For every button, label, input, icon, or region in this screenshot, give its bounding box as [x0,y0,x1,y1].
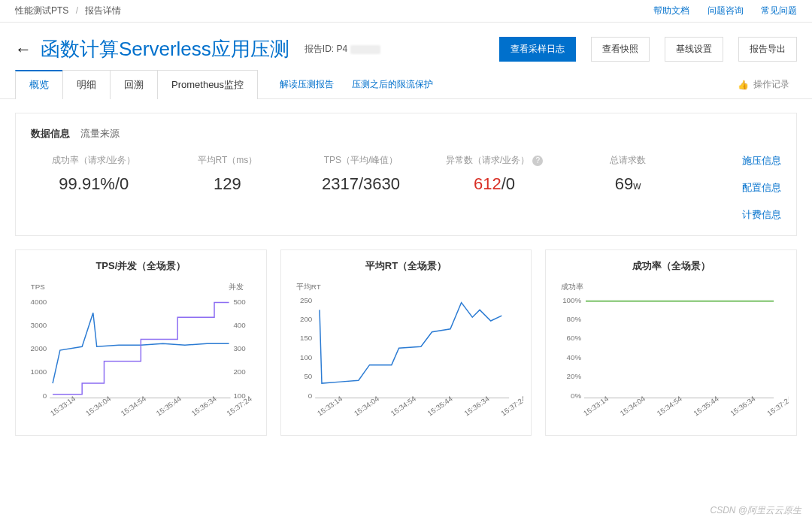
tab-detail[interactable]: 明细 [62,70,111,99]
metric-success-value: 99.91%/0 [31,174,157,194]
svg-text:成功率: 成功率 [561,283,583,291]
help-icon[interactable]: ? [532,156,543,166]
svg-text:200: 200 [233,367,246,376]
view-snapshot-button[interactable]: 查看快照 [591,37,650,62]
metric-total: 总请求数 69w [565,154,691,222]
top-links: 帮助文档 问题咨询 常见问题 [638,5,797,17]
breadcrumb-root[interactable]: 性能测试PTS [15,5,68,16]
tab-prometheus[interactable]: Prometheus监控 [157,70,258,99]
svg-text:0%: 0% [571,391,581,400]
panel-header: 数据信息 流量来源 [31,127,781,141]
svg-text:50: 50 [304,372,312,380]
svg-text:80%: 80% [567,315,582,323]
side-links: 施压信息 配置信息 计费信息 [691,154,781,222]
breadcrumb-current: 报告详情 [85,5,121,16]
thumbs-up-icon: 👍 [738,80,749,90]
metric-abnormal-label: 异常数（请求/业务）? [432,154,558,167]
report-id-label: 报告ID: P4 [304,43,347,56]
data-info-panel: 数据信息 流量来源 成功率（请求/业务） 99.91%/0 平均RT（ms） 1… [15,113,797,236]
svg-text:500: 500 [233,298,246,306]
interpret-report-link[interactable]: 解读压测报告 [280,78,334,91]
svg-text:400: 400 [233,321,246,329]
svg-text:100: 100 [300,353,313,361]
ask-link[interactable]: 问题咨询 [707,5,744,16]
svg-text:100%: 100% [562,296,581,304]
billing-info-link[interactable]: 计费信息 [691,208,781,222]
svg-text:250: 250 [300,296,313,304]
concurrency-line [53,303,229,395]
ratelimit-protect-link[interactable]: 压测之后的限流保护 [352,78,433,91]
chart-rt-title: 平均RT（全场景） [289,259,524,273]
data-info-title: 数据信息 [31,127,70,141]
baseline-settings-button[interactable]: 基线设置 [665,37,723,62]
export-report-button[interactable]: 报告导出 [738,37,797,62]
metric-tps-label: TPS（平均/峰值） [298,154,424,167]
pressure-info-link[interactable]: 施压信息 [691,154,781,168]
tab-auxlinks: 解读压测报告 压测之后的限流保护 [280,78,433,91]
svg-text:并发: 并发 [229,283,244,291]
tab-overview[interactable]: 概览 [15,70,63,99]
page-title: 函数计算Serverless应用压测 [41,36,289,62]
tab-row: 概览 明细 回溯 Prometheus监控 解读压测报告 压测之后的限流保护 👍… [0,70,812,99]
chart-tps: TPS 并发 0 1000 2000 3000 4000 100 200 30 [23,279,259,429]
metric-rt-value: 129 [165,174,291,194]
help-doc-link[interactable]: 帮助文档 [653,5,689,16]
svg-text:3000: 3000 [31,321,47,329]
chart-tps-title: TPS/并发（全场景） [23,259,259,273]
faq-link[interactable]: 常见问题 [761,5,797,16]
chart-success-card: 成功率（全场景） 成功率 0% 20% 40% 60% 80% 100% [545,249,797,436]
rt-line [320,303,501,383]
breadcrumb-sep: / [76,5,78,16]
metric-rt: 平均RT（ms） 129 [165,154,291,222]
chart-success-title: 成功率（全场景） [553,259,789,273]
metric-success: 成功率（请求/业务） 99.91%/0 [31,154,157,222]
report-id: 报告ID: P4 [304,43,380,56]
top-bar: 性能测试PTS / 报告详情 帮助文档 问题咨询 常见问题 [0,0,812,23]
svg-text:0: 0 [43,391,47,400]
metric-success-label: 成功率（请求/业务） [31,154,157,167]
content: 数据信息 流量来源 成功率（请求/业务） 99.91%/0 平均RT（ms） 1… [0,99,812,449]
svg-text:平均RT: 平均RT [295,283,320,291]
metric-abnormal: 异常数（请求/业务）? 612/0 [432,154,558,222]
svg-text:4000: 4000 [31,298,47,306]
svg-text:60%: 60% [567,334,582,342]
tabs: 概览 明细 回溯 Prometheus监控 [15,70,257,99]
view-sample-log-button[interactable]: 查看采样日志 [499,37,576,62]
svg-text:20%: 20% [567,372,582,380]
charts-row: TPS/并发（全场景） TPS 并发 0 1000 2000 3000 4000 [15,249,797,436]
svg-text:TPS: TPS [31,283,45,291]
metric-tps: TPS（平均/峰值） 2317/3630 [298,154,424,222]
svg-text:2000: 2000 [31,344,47,352]
operation-log-link[interactable]: 👍 操作记录 [738,78,797,91]
title-row: ← 函数计算Serverless应用压测 报告ID: P4 查看采样日志 查看快… [0,23,812,70]
svg-text:1000: 1000 [31,367,47,376]
tab-replay[interactable]: 回溯 [110,70,158,99]
traffic-source-label: 流量来源 [80,127,120,141]
chart-rt: 平均RT 0 50 100 150 200 250 15:33:14 15:34… [289,279,524,429]
chart-success: 成功率 0% 20% 40% 60% 80% 100% 15:33:14 15:… [553,279,789,429]
chart-rt-card: 平均RT（全场景） 平均RT 0 50 100 150 200 250 [280,249,532,436]
back-arrow-icon[interactable]: ← [15,40,32,59]
svg-text:200: 200 [300,315,313,323]
breadcrumb: 性能测试PTS / 报告详情 [15,5,121,17]
svg-text:300: 300 [233,344,246,352]
config-info-link[interactable]: 配置信息 [691,181,781,195]
report-id-blur [350,45,380,54]
svg-text:40%: 40% [567,353,582,361]
chart-tps-card: TPS/并发（全场景） TPS 并发 0 1000 2000 3000 4000 [15,249,267,436]
metric-rt-label: 平均RT（ms） [165,154,291,167]
metric-tps-value: 2317/3630 [298,174,424,194]
svg-text:0: 0 [308,391,313,400]
metric-total-label: 总请求数 [565,154,691,167]
metric-abnormal-value: 612/0 [432,174,558,194]
metric-total-value: 69w [565,174,691,194]
svg-text:150: 150 [300,334,313,342]
operation-log-label: 操作记录 [753,78,789,91]
metrics-row: 成功率（请求/业务） 99.91%/0 平均RT（ms） 129 TPS（平均/… [31,154,691,222]
